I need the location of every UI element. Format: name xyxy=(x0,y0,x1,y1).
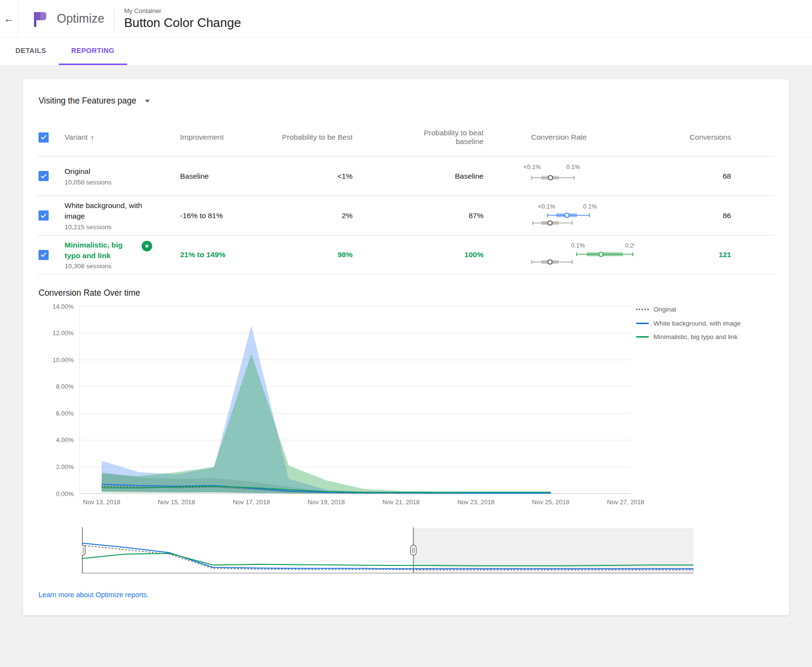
conversions-value: 121 xyxy=(634,250,774,259)
svg-text:10.00%: 10.00% xyxy=(52,356,74,364)
check-icon xyxy=(40,251,46,257)
check-icon xyxy=(40,134,46,140)
legend-item-white-background: White background, with image xyxy=(636,319,773,328)
variant-name: Original xyxy=(65,166,180,177)
learn-more-link[interactable]: Learn more about Optimize reports. xyxy=(39,591,149,599)
report-card: Visiting the Features page Variant ↑ Imp… xyxy=(23,79,789,615)
table-row-original: Original 10,058 sessions Baseline <1% Ba… xyxy=(38,156,774,196)
svg-text:4.00%: 4.00% xyxy=(56,436,74,444)
variant-name: White background, with image xyxy=(65,200,147,221)
variant-sessions: 10,215 sessions xyxy=(65,223,180,231)
chart-legend: Original White background, with image Mi… xyxy=(636,305,773,342)
table-header-row: Variant ↑ Improvement Probability to be … xyxy=(38,118,774,156)
svg-text:Nov 17, 2018: Nov 17, 2018 xyxy=(233,498,270,506)
column-header-prob-best: Probability to be Best xyxy=(281,133,353,142)
top-bar: ← Optimize My Container Button Color Cha… xyxy=(0,0,812,38)
tab-reporting[interactable]: REPORTING xyxy=(59,38,127,65)
dotted-line-swatch-icon xyxy=(636,309,649,310)
table-row-minimalistic: Minimalistic, big typo and link ★ 10,308… xyxy=(38,235,774,275)
svg-text:8.00%: 8.00% xyxy=(56,383,74,390)
row-checkbox-minimalistic[interactable] xyxy=(39,250,49,260)
column-header-conversions: Conversions xyxy=(634,133,774,142)
legend-item-original: Original xyxy=(636,305,773,314)
svg-text:0.00%: 0.00% xyxy=(56,490,74,497)
column-header-improvement: Improvement xyxy=(180,133,266,142)
tab-details[interactable]: DETAILS xyxy=(3,38,59,65)
svg-text:2.00%: 2.00% xyxy=(56,463,74,471)
row-checkbox-white-background[interactable] xyxy=(39,210,49,221)
dropdown-caret-icon xyxy=(145,100,150,103)
conversion-rate-interval: <0.1%0.1% xyxy=(484,163,634,189)
svg-text:<0.1%: <0.1% xyxy=(538,203,555,210)
legend-item-minimalistic: Minimalistic, big typo and link xyxy=(636,332,773,342)
chart-title: Conversion Rate Over time xyxy=(39,288,774,298)
page-title: Button Color Change xyxy=(124,15,241,30)
header-divider xyxy=(114,8,115,29)
check-icon xyxy=(40,172,46,178)
green-line-swatch-icon xyxy=(636,336,649,338)
objective-label: Visiting the Features page xyxy=(39,96,136,106)
title-block: My Container Button Color Change xyxy=(124,7,241,30)
sort-ascending-icon[interactable]: ↑ xyxy=(91,133,94,142)
svg-text:Nov 21, 2018: Nov 21, 2018 xyxy=(382,498,419,506)
optimize-app: ← Optimize My Container Button Color Cha… xyxy=(0,0,812,667)
ci-plot: <0.1%0.1% xyxy=(519,203,634,229)
conversions-value: 68 xyxy=(634,172,774,181)
svg-text:<0.1%: <0.1% xyxy=(524,164,541,170)
app-name: Optimize xyxy=(57,12,105,26)
column-header-prob-beat: Probability to beat baseline xyxy=(404,129,484,146)
improvement-value: Baseline xyxy=(180,172,266,181)
svg-text:Nov 27, 2018: Nov 27, 2018 xyxy=(607,498,644,506)
svg-text:0.1%: 0.1% xyxy=(571,242,585,249)
blue-line-swatch-icon xyxy=(636,323,649,324)
prob-beat-value: 87% xyxy=(353,211,484,220)
improvement-value: -16% to 81% xyxy=(180,211,266,220)
column-header-variant: Variant xyxy=(65,133,88,142)
conversion-rate-interval: 0.1%0.2% xyxy=(484,242,634,268)
objective-selector[interactable]: Visiting the Features page xyxy=(38,93,150,118)
leader-star-icon: ★ xyxy=(142,241,152,251)
prob-beat-value: Baseline xyxy=(353,172,484,181)
check-icon xyxy=(40,212,46,218)
svg-text:6.00%: 6.00% xyxy=(56,410,74,417)
back-arrow-icon: ← xyxy=(4,13,14,25)
conversion-rate-chart-area: 0.00%2.00%4.00%6.00%8.00%10.00%12.00%14.… xyxy=(38,302,774,515)
svg-text:12.00%: 12.00% xyxy=(52,329,74,337)
back-button[interactable]: ← xyxy=(0,0,18,38)
prob-best-value: 2% xyxy=(266,211,353,220)
conversion-rate-interval: <0.1%0.1% xyxy=(484,203,634,229)
svg-text:Nov 19, 2018: Nov 19, 2018 xyxy=(308,498,345,506)
variant-sessions: 10,308 sessions xyxy=(65,262,180,270)
brush-unselected-region[interactable] xyxy=(413,528,694,573)
svg-text:Nov 25, 2018: Nov 25, 2018 xyxy=(532,498,569,506)
timeline-brush[interactable] xyxy=(82,527,694,575)
svg-text:14.00%: 14.00% xyxy=(52,303,74,310)
tab-bar: DETAILS REPORTING xyxy=(0,38,812,65)
ci-plot: <0.1%0.1% xyxy=(519,163,634,189)
container-label: My Container xyxy=(124,7,241,14)
svg-text:0.2%: 0.2% xyxy=(625,242,634,249)
variant-name: Minimalistic, big typo and link xyxy=(65,240,137,261)
column-header-conversion-rate: Conversion Rate xyxy=(484,133,634,142)
select-all-checkbox[interactable] xyxy=(39,132,49,143)
legend-label: White background, with image xyxy=(654,319,741,328)
brush-handle-left[interactable] xyxy=(82,545,85,555)
table-row-white-background: White background, with image 10,215 sess… xyxy=(38,196,774,235)
variant-sessions: 10,058 sessions xyxy=(65,179,180,186)
svg-text:0.1%: 0.1% xyxy=(583,203,597,210)
svg-text:Nov 15, 2018: Nov 15, 2018 xyxy=(158,498,195,506)
svg-text:Nov 13, 2018: Nov 13, 2018 xyxy=(83,498,120,506)
prob-best-value: <1% xyxy=(266,172,353,181)
brush-handle-right[interactable] xyxy=(410,545,416,555)
row-checkbox-original[interactable] xyxy=(39,171,49,181)
improvement-value: 21% to 149% xyxy=(180,250,266,259)
svg-text:0.1%: 0.1% xyxy=(566,164,580,170)
optimize-logo-icon xyxy=(30,9,50,29)
prob-best-value: 98% xyxy=(266,250,353,259)
variant-table: Variant ↑ Improvement Probability to be … xyxy=(38,118,774,275)
main-content: Visiting the Features page Variant ↑ Imp… xyxy=(0,65,812,615)
legend-label: Minimalistic, big typo and link xyxy=(654,332,738,342)
ci-plot: 0.1%0.2% xyxy=(519,242,634,268)
prob-beat-value: 100% xyxy=(353,250,484,259)
legend-label: Original xyxy=(654,305,676,314)
